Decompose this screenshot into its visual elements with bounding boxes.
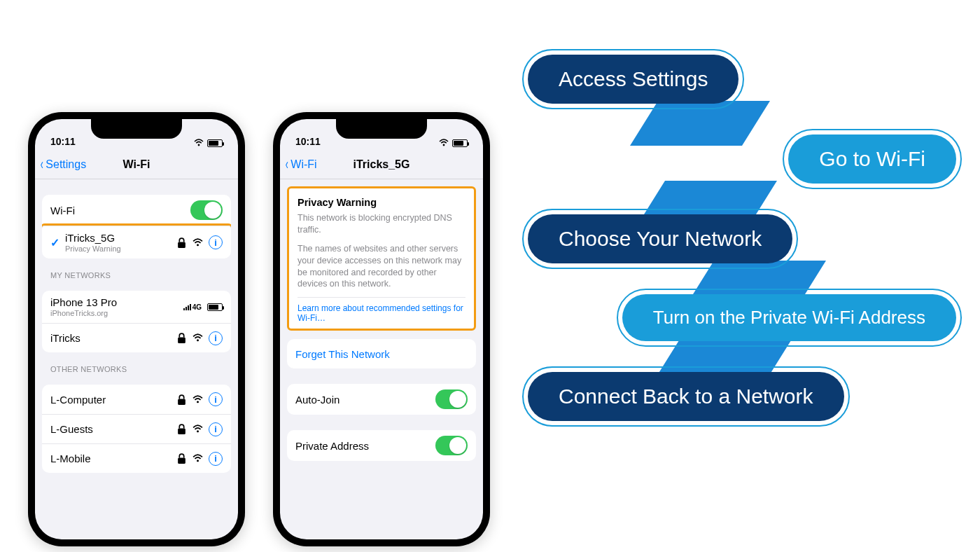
network-name: L-Computer xyxy=(50,394,171,406)
step-3: Choose Your Network xyxy=(522,209,798,269)
auto-join-label: Auto-Join xyxy=(295,394,430,406)
back-button[interactable]: ‹ Wi-Fi xyxy=(284,157,317,172)
forget-label: Forget This Network xyxy=(295,348,468,360)
network-row[interactable]: iTricks i xyxy=(42,323,231,352)
network-row-hotspot[interactable]: iPhone 13 Pro iPhoneTricks.org 4G xyxy=(42,291,231,323)
battery-icon xyxy=(452,139,468,147)
lock-icon xyxy=(176,333,187,343)
network-row[interactable]: L-Guests i xyxy=(42,414,231,443)
battery-icon xyxy=(207,303,223,311)
step-label: Connect Back to a Network xyxy=(528,372,844,421)
phone-wifi-settings: 10:11 ‹ Settings Wi-Fi Wi-Fi ✓ xyxy=(28,112,245,546)
step-label: Access Settings xyxy=(528,55,738,104)
connected-sublabel: Privacy Warning xyxy=(65,245,171,253)
private-address-label: Private Address xyxy=(295,440,430,452)
learn-more-link[interactable]: Learn more about recommended settings fo… xyxy=(298,297,465,323)
warning-text-2: The names of websites and other servers … xyxy=(298,243,465,291)
my-networks-header: MY NETWORKS xyxy=(35,258,238,282)
warning-heading: Privacy Warning xyxy=(298,197,465,208)
wifi-icon xyxy=(192,237,203,248)
lock-icon xyxy=(176,237,187,248)
wifi-toggle[interactable] xyxy=(190,200,223,220)
step-label: Turn on the Private Wi-Fi Address xyxy=(622,294,956,341)
other-networks-header: OTHER NETWORKS xyxy=(35,352,238,376)
cell-signal: 4G xyxy=(183,303,202,311)
wifi-status-icon xyxy=(193,139,204,147)
nav-header: ‹ Settings Wi-Fi xyxy=(35,150,238,179)
privacy-warning-card: Privacy Warning This network is blocking… xyxy=(287,186,476,331)
network-row[interactable]: L-Computer i xyxy=(42,385,231,414)
lock-icon xyxy=(176,394,187,405)
auto-join-toggle[interactable] xyxy=(435,389,468,409)
private-address-row[interactable]: Private Address xyxy=(287,430,476,461)
lock-icon xyxy=(176,424,187,434)
wifi-label: Wi-Fi xyxy=(50,205,185,216)
notch xyxy=(91,119,182,139)
step-2: Go to Wi-Fi xyxy=(783,129,962,189)
auto-join-row[interactable]: Auto-Join xyxy=(287,384,476,415)
clock: 10:11 xyxy=(295,136,321,147)
info-icon[interactable]: i xyxy=(209,235,223,249)
back-label: Settings xyxy=(46,158,86,171)
nav-header: ‹ Wi-Fi iTricks_5G xyxy=(280,150,483,179)
wifi-status-icon xyxy=(438,139,449,147)
wifi-icon xyxy=(192,333,203,343)
info-icon[interactable]: i xyxy=(209,452,223,466)
info-icon[interactable]: i xyxy=(209,422,223,436)
connected-network-row[interactable]: ✓ iTricks_5G Privacy Warning i xyxy=(42,226,231,258)
network-name: iTricks xyxy=(50,332,171,344)
step-1: Access Settings xyxy=(522,49,744,109)
steps-diagram: Access Settings Go to Wi-Fi Choose Your … xyxy=(518,49,966,446)
step-4: Turn on the Private Wi-Fi Address xyxy=(617,289,962,347)
network-sublabel: iPhoneTricks.org xyxy=(50,310,178,317)
network-name: L-Guests xyxy=(50,423,171,435)
network-name: L-Mobile xyxy=(50,453,171,464)
back-label: Wi-Fi xyxy=(290,158,316,171)
checkmark-icon: ✓ xyxy=(50,236,59,249)
network-name: iPhone 13 Pro xyxy=(50,296,178,308)
private-address-toggle[interactable] xyxy=(435,436,468,455)
step-5: Connect Back to a Network xyxy=(522,366,850,427)
chevron-left-icon: ‹ xyxy=(286,157,288,172)
notch xyxy=(336,119,427,139)
step-label: Go to Wi-Fi xyxy=(788,134,956,184)
info-icon[interactable]: i xyxy=(209,392,223,406)
chevron-left-icon: ‹ xyxy=(41,157,43,172)
lock-icon xyxy=(176,453,187,464)
wifi-icon xyxy=(192,424,203,434)
clock: 10:11 xyxy=(50,136,76,147)
wifi-icon xyxy=(192,394,203,405)
connected-name: iTricks_5G xyxy=(65,232,171,244)
battery-icon xyxy=(207,139,223,147)
warning-text-1: This network is blocking encrypted DNS t… xyxy=(298,212,465,236)
network-row[interactable]: L-Mobile i xyxy=(42,443,231,473)
info-icon[interactable]: i xyxy=(209,331,223,345)
back-button[interactable]: ‹ Settings xyxy=(39,157,86,172)
step-label: Choose Your Network xyxy=(528,214,792,263)
wifi-toggle-row[interactable]: Wi-Fi xyxy=(42,195,231,226)
wifi-icon xyxy=(192,453,203,464)
phone-network-detail: 10:11 ‹ Wi-Fi iTricks_5G Privacy Warning… xyxy=(273,112,490,546)
forget-network-button[interactable]: Forget This Network xyxy=(287,339,476,368)
